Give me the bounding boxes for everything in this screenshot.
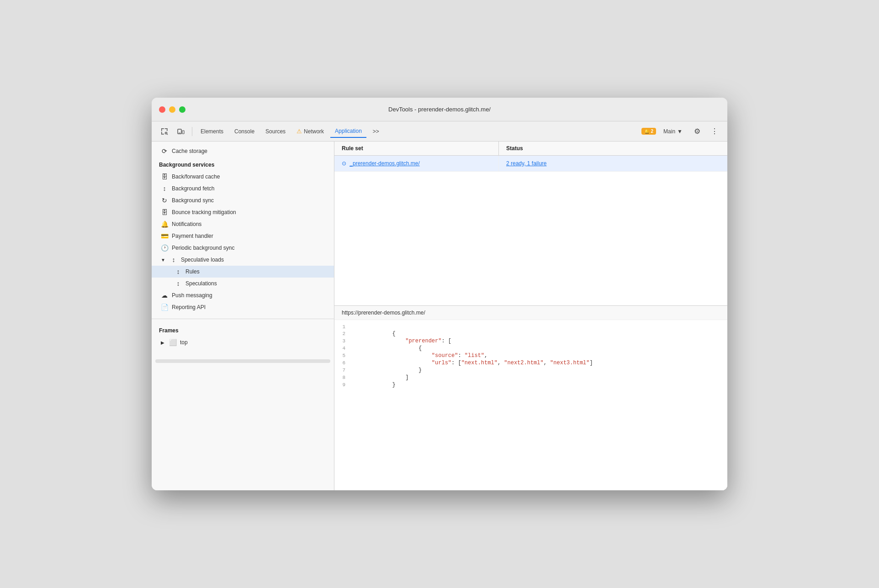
code-token <box>353 352 432 359</box>
code-line: 6 "urls": ["next.html", "next2.html", "n… <box>334 359 727 367</box>
svg-rect-1 <box>161 128 162 131</box>
code-token: { <box>353 345 422 352</box>
line-number: 9 <box>334 382 353 388</box>
speculations-icon: ↕ <box>175 280 182 287</box>
close-button[interactable] <box>159 106 165 113</box>
code-token: , <box>498 360 504 366</box>
line-number: 1 <box>334 324 353 330</box>
sidebar-item-background-fetch[interactable]: ↕ Background fetch <box>152 183 334 194</box>
code-line: 2 { <box>334 330 727 337</box>
tab-elements[interactable]: Elements <box>196 126 228 137</box>
tab-application[interactable]: Application <box>330 125 366 138</box>
line-number: 6 <box>334 360 353 366</box>
tab-console[interactable]: Console <box>230 126 259 137</box>
cloud-icon: ☁ <box>161 292 168 299</box>
clock-icon: 🕐 <box>161 244 168 252</box>
sidebar-section-background-services: Background services <box>152 157 334 171</box>
code-token: "next.html" <box>461 360 498 366</box>
rules-icon: ↕ <box>175 268 182 275</box>
code-token: "next2.html" <box>504 360 543 366</box>
device-icon[interactable] <box>174 124 188 139</box>
sidebar-item-rules[interactable]: ↕ Rules <box>152 266 334 278</box>
code-panel: https://prerender-demos.glitch.me/ 12 {3… <box>334 306 727 490</box>
devtools-window: DevTools - prerender-demos.glitch.me/ <box>152 98 727 490</box>
code-line: 4 { <box>334 345 727 352</box>
cell-status[interactable]: 2 ready, 1 failure <box>499 156 727 171</box>
chevron-right-icon-frame: ▶ <box>161 340 164 345</box>
code-token: "source" <box>432 352 458 359</box>
inspect-icon[interactable] <box>157 124 172 139</box>
sidebar-item-notifications[interactable]: 🔔 Notifications <box>152 218 334 230</box>
sidebar-item-reporting-api[interactable]: 📄 Reporting API <box>152 301 334 313</box>
sidebar-item-backforward-cache[interactable]: 🗄 Back/forward cache <box>152 171 334 183</box>
main-dropdown[interactable]: Main ▼ <box>659 126 687 137</box>
traffic-lights <box>159 106 185 113</box>
sidebar-item-payment-handler[interactable]: 💳 Payment handler <box>152 230 334 242</box>
sidebar-section-frames: Frames <box>152 323 334 336</box>
frames-section: Frames ▶ ⬜ top <box>152 319 334 348</box>
code-token <box>353 338 405 344</box>
tab-network[interactable]: ⚠ Network <box>292 125 328 137</box>
status-link[interactable]: 2 ready, 1 failure <box>506 160 547 167</box>
line-number: 4 <box>334 346 353 351</box>
table-header: Rule set Status <box>334 142 727 156</box>
chevron-down-icon: ▼ <box>677 128 683 135</box>
maximize-button[interactable] <box>179 106 185 113</box>
tab-more[interactable]: >> <box>368 126 384 137</box>
toolbar-separator <box>192 127 192 136</box>
sidebar-item-bounce-tracking[interactable]: 🗄 Bounce tracking mitigation <box>152 206 334 218</box>
svg-rect-9 <box>182 131 184 134</box>
cell-ruleset[interactable]: ⊙ _prerender-demos.glitch.me/ <box>334 156 499 171</box>
code-token: , <box>484 352 487 359</box>
code-token: { <box>353 331 396 337</box>
code-token: } <box>353 367 422 373</box>
chevron-right-icon: ▼ <box>161 257 165 262</box>
svg-rect-3 <box>167 128 168 131</box>
code-token: } <box>353 382 396 388</box>
column-status: Status <box>499 142 727 155</box>
toolbar-right: 🔔 2 Main ▼ ⚙ ⋮ <box>641 124 722 139</box>
url-bar: https://prerender-demos.glitch.me/ <box>334 306 727 320</box>
tab-sources[interactable]: Sources <box>261 126 290 137</box>
frame-icon: ⬜ <box>169 339 176 346</box>
network-warning-icon: ⚠ <box>297 128 302 135</box>
svg-point-6 <box>165 132 167 134</box>
code-line: 1 <box>334 324 727 330</box>
sidebar-item-periodic-bg-sync[interactable]: 🕐 Periodic background sync <box>152 242 334 254</box>
code-token: "urls" <box>432 360 451 366</box>
sidebar-item-background-sync[interactable]: ↻ Background sync <box>152 194 334 206</box>
code-line: 8 ] <box>334 374 727 381</box>
code-token: : <box>458 352 464 359</box>
code-token: "prerender" <box>405 338 441 344</box>
svg-line-7 <box>167 134 168 135</box>
issues-badge[interactable]: 🔔 2 <box>641 128 657 135</box>
code-line: 9 } <box>334 381 727 388</box>
issues-icon: 🔔 <box>644 129 650 134</box>
table-row[interactable]: ⊙ _prerender-demos.glitch.me/ 2 ready, 1… <box>334 156 727 172</box>
sidebar-scrollbar[interactable] <box>155 359 330 363</box>
sidebar-item-cache-storage[interactable]: ⟳ Cache storage <box>152 145 334 157</box>
sidebar-item-speculations[interactable]: ↕ Speculations <box>152 278 334 289</box>
code-token <box>353 360 432 366</box>
content-area: Rule set Status ⊙ _prerender-demos.glitc… <box>334 142 727 490</box>
settings-icon[interactable]: ⚙ <box>690 124 704 139</box>
cache-icon: ⟳ <box>161 147 168 155</box>
code-token: "next3.html" <box>550 360 589 366</box>
code-token: ] <box>353 374 408 381</box>
code-line: 7 } <box>334 367 727 374</box>
code-token: : [ <box>451 360 461 366</box>
sidebar-item-push-messaging[interactable]: ☁ Push messaging <box>152 289 334 301</box>
window-title: DevTools - prerender-demos.glitch.me/ <box>388 106 491 113</box>
sidebar-item-speculative-loads[interactable]: ▼ ↕ Speculative loads <box>152 254 334 266</box>
arrows-updown-icon: ↕ <box>161 185 168 192</box>
code-line: 5 "source": "list", <box>334 352 727 359</box>
sync-icon: ↻ <box>161 197 168 204</box>
line-number: 7 <box>334 368 353 373</box>
minimize-button[interactable] <box>169 106 175 113</box>
db2-icon: 🗄 <box>161 209 168 216</box>
code-line: 3 "prerender": [ <box>334 337 727 345</box>
ruleset-link[interactable]: _prerender-demos.glitch.me/ <box>349 160 419 167</box>
more-options-icon[interactable]: ⋮ <box>707 124 722 139</box>
code-area: 12 {3 "prerender": [4 {5 "source": "list… <box>334 320 727 490</box>
sidebar-item-top-frame[interactable]: ▶ ⬜ top <box>152 336 334 348</box>
